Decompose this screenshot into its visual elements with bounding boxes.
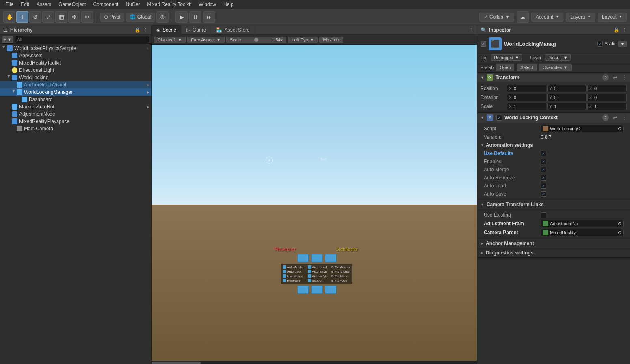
layout-dropdown[interactable]: Layout ▼	[598, 13, 627, 22]
list-item[interactable]: MixedRealityPlayspace	[0, 118, 151, 125]
game-tab[interactable]: ▷ Game	[182, 25, 211, 35]
scene-btn-2[interactable]	[311, 254, 323, 262]
scene-view[interactable]: test FiveAnchor SixthAnchor	[152, 45, 477, 364]
tabs-menu[interactable]: ⋮	[465, 27, 477, 33]
pause-btn[interactable]: ⏸	[189, 11, 201, 23]
scale-x-field[interactable]: X 1	[507, 103, 546, 110]
root-menu[interactable]: ⋮	[146, 47, 149, 50]
hierarchy-menu[interactable]: ⋮	[143, 27, 148, 33]
menu-window[interactable]: Window	[195, 1, 219, 8]
scale-slider[interactable]	[244, 39, 268, 41]
list-item[interactable]: ▶ WorldLockingManager ▶	[0, 88, 151, 96]
menu-help[interactable]: Help	[220, 1, 237, 8]
position-z-field[interactable]: Z 0	[587, 85, 627, 92]
menu-component[interactable]: Component	[90, 1, 121, 8]
scene-btn-1[interactable]	[297, 254, 309, 262]
script-ref[interactable]: WorldLockingC ⊙	[541, 125, 624, 132]
list-item[interactable]: AppAssets	[0, 52, 151, 59]
list-item[interactable]: AnchorGraphVisual ▶	[0, 81, 151, 88]
cloud-btn[interactable]: ☁	[517, 11, 529, 23]
use-existing-checkbox[interactable]	[541, 212, 546, 218]
list-item[interactable]: Dashboard	[0, 96, 151, 103]
hierarchy-add-btn[interactable]: + ▼	[2, 36, 13, 43]
tag-dropdown[interactable]: Untagged ▼	[491, 54, 522, 61]
mar-chevron[interactable]: ▶	[147, 105, 149, 109]
global-btn[interactable]: 🌐 Global	[126, 13, 155, 22]
rotation-z-field[interactable]: Z 0	[587, 94, 627, 101]
scale-control[interactable]: Scale 1.54x	[226, 37, 286, 43]
transform-header[interactable]: ▼ ⟳ Transform ? ⇌ ⋮	[477, 73, 630, 82]
prefab-open-btn[interactable]: Open	[496, 64, 514, 71]
display-dropdown[interactable]: Display 1 ▼	[154, 37, 186, 43]
menu-assets[interactable]: Assets	[33, 1, 54, 8]
transform-settings[interactable]: ⋮	[622, 75, 627, 80]
transform-align-icon[interactable]: ⇌	[611, 74, 619, 81]
auto-save-checkbox[interactable]	[541, 191, 546, 197]
menu-file[interactable]: File	[2, 1, 17, 8]
list-item[interactable]: ▶ WorldLocking	[0, 74, 151, 81]
obj-enabled-checkbox[interactable]	[481, 41, 486, 47]
static-dropdown[interactable]: ▼	[618, 41, 627, 47]
menu-edit[interactable]: Edit	[17, 1, 32, 8]
wlc-settings[interactable]: ⋮	[622, 115, 627, 121]
layers-dropdown[interactable]: Layers ▼	[566, 13, 595, 22]
pivot-btn[interactable]: ⊙ Pivot	[100, 13, 124, 22]
custom-tool-btn[interactable]: ✂	[81, 11, 93, 23]
layer-dropdown[interactable]: Default ▼	[545, 54, 571, 61]
eye-dropdown[interactable]: Left Eye ▼	[288, 37, 318, 43]
aspect-dropdown[interactable]: Free Aspect ▼	[187, 37, 225, 43]
auto-merge-checkbox[interactable]	[541, 167, 546, 172]
scene-btn-3[interactable]	[325, 254, 336, 262]
camera-links-header[interactable]: ▼ Camera Transform Links	[477, 200, 630, 209]
scene-tab[interactable]: ◈ Scene	[152, 25, 182, 35]
scale-z-field[interactable]: Z 1	[587, 103, 627, 110]
inspector-menu[interactable]: ⋮	[622, 27, 627, 33]
scene-btn-5[interactable]	[311, 286, 323, 294]
diagnostics-header[interactable]: ▶ Diagnostics settings	[477, 248, 630, 258]
transform-tool-btn[interactable]: ✤	[68, 11, 80, 23]
adj-frame-ref[interactable]: AdjustmentNc ⊙	[541, 220, 624, 227]
account-dropdown[interactable]: Account ▼	[531, 13, 563, 22]
wlc-help[interactable]: ?	[602, 114, 609, 121]
play-btn[interactable]: ▶	[175, 11, 188, 23]
list-item[interactable]: Main Camera	[0, 125, 151, 132]
scene-scrollbar-h[interactable]	[152, 361, 477, 364]
auto-load-checkbox[interactable]	[541, 183, 546, 189]
scene-scrollbar-thumb[interactable]	[152, 362, 201, 364]
collab-btn[interactable]: ✓ Collab ▼	[479, 13, 514, 22]
center-btn[interactable]: ⊕	[156, 11, 169, 23]
list-item[interactable]: AdjustmentNode	[0, 110, 151, 118]
auto-refreeze-checkbox[interactable]	[541, 175, 546, 181]
prefab-overrides-btn[interactable]: Overrides ▼	[539, 64, 572, 71]
cam-parent-ref[interactable]: MixedRealityP ⊙	[541, 229, 624, 236]
rotate-tool-btn[interactable]: ↺	[29, 11, 41, 23]
use-defaults-checkbox[interactable]	[541, 151, 546, 156]
rect-tool-btn[interactable]: ▦	[55, 11, 67, 23]
menu-mixed-reality[interactable]: Mixed Reality Toolkit	[144, 1, 195, 8]
position-y-field[interactable]: Y 0	[547, 85, 587, 92]
agv-chevron[interactable]: ▶	[147, 83, 149, 87]
inspector-lock[interactable]: 🔒	[613, 27, 619, 33]
wlc-header[interactable]: ▼ # World Locking Context ? ⇌ ⋮	[477, 113, 630, 123]
hand-tool-btn[interactable]: ✋	[3, 11, 15, 23]
list-item[interactable]: Directional Light	[0, 67, 151, 74]
anchor-mgmt-header[interactable]: ▶ Anchor Management	[477, 239, 630, 248]
scale-y-field[interactable]: Y 1	[547, 103, 587, 110]
hierarchy-lock[interactable]: 🔒	[134, 27, 141, 33]
rotation-x-field[interactable]: X 0	[507, 94, 546, 101]
menu-nuget[interactable]: NuGet	[122, 1, 143, 8]
move-tool-btn[interactable]: ✛	[16, 11, 28, 23]
step-btn[interactable]: ⏭	[203, 11, 215, 23]
rotation-y-field[interactable]: Y 0	[547, 94, 587, 101]
maximize-btn[interactable]: Maximiz	[319, 37, 343, 43]
static-checkbox[interactable]	[597, 41, 603, 47]
tree-root[interactable]: ▶ WorldLockedPhysicsSample ⋮	[0, 45, 151, 52]
assetstore-tab[interactable]: 🏪 Asset Store	[211, 25, 255, 35]
scale-tool-btn[interactable]: ⤢	[42, 11, 54, 23]
transform-help[interactable]: ?	[602, 74, 609, 81]
scene-btn-4[interactable]	[297, 286, 309, 294]
scene-btn-6[interactable]	[325, 286, 336, 294]
position-x-field[interactable]: X 0	[507, 85, 546, 92]
enabled-checkbox[interactable]	[541, 159, 546, 164]
menu-gameobject[interactable]: GameObject	[55, 1, 89, 8]
